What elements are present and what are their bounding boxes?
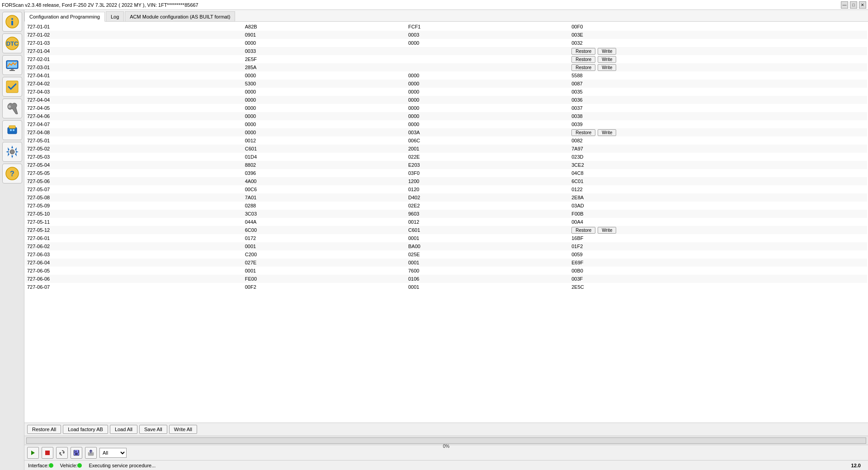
row-val2: [406, 47, 570, 55]
row-val1: 0012: [243, 136, 406, 145]
minimize-button[interactable]: —: [841, 1, 848, 9]
interface-indicator: [49, 463, 53, 468]
table-row: 727-04-07000000000039: [25, 120, 867, 128]
row-id: 727-05-01: [25, 136, 243, 145]
row-val1: 044A: [243, 218, 406, 226]
svg-rect-14: [13, 129, 14, 131]
row-id: 727-03-01: [25, 63, 243, 71]
row-actions: Restore Write: [570, 226, 867, 234]
row-val3: 0035: [570, 88, 867, 96]
close-button[interactable]: ✕: [859, 1, 866, 9]
row-id: 727-05-10: [25, 210, 243, 218]
row-val1: A82B: [243, 23, 406, 31]
row-val3: 023D: [570, 153, 867, 161]
row-val3: 00F0: [570, 23, 867, 31]
write-button[interactable]: Write: [598, 56, 616, 63]
svg-text:?: ?: [10, 170, 14, 178]
row-val1: 0001: [243, 267, 406, 275]
interface-status: Interface:: [28, 463, 55, 468]
row-val1: 2E5F: [243, 55, 406, 63]
restore-button[interactable]: Restore: [571, 129, 595, 136]
restore-all-button[interactable]: Restore All: [27, 425, 61, 434]
row-id: 727-05-12: [25, 226, 243, 234]
sidebar-item-dtc[interactable]: DTC: [2, 33, 22, 53]
maximize-button[interactable]: □: [850, 1, 857, 9]
load-all-button[interactable]: Load All: [110, 425, 137, 434]
row-id: 727-05-04: [25, 161, 243, 169]
table-container[interactable]: 727-01-01A82BFCF100F0727-01-020901000300…: [24, 22, 868, 423]
title-bar-controls: — □ ✕: [841, 1, 866, 9]
svg-point-1: [11, 18, 13, 20]
tab-config[interactable]: Configuration and Programming: [24, 12, 105, 22]
table-row: 727-06-03C200025E0059: [25, 250, 867, 258]
row-val2: 03F0: [406, 169, 570, 177]
row-val2: 0012: [406, 218, 570, 226]
table-row: 727-04-080000003A Restore Write: [25, 128, 867, 136]
row-id: 727-05-07: [25, 185, 243, 193]
row-val2: BA00: [406, 242, 570, 250]
row-id: 727-06-06: [25, 275, 243, 283]
tab-log[interactable]: Log: [106, 11, 124, 21]
svg-rect-8: [9, 70, 15, 71]
row-val2: 0001: [406, 283, 570, 291]
sidebar-item-tools[interactable]: [2, 99, 22, 118]
write-button[interactable]: Write: [598, 227, 616, 234]
write-button[interactable]: Write: [598, 48, 616, 55]
row-val2: [406, 63, 570, 71]
row-val2: 7600: [406, 267, 570, 275]
sidebar-item-modules[interactable]: [2, 120, 22, 140]
row-val2: 0000: [406, 80, 570, 88]
row-val3: 0082: [570, 136, 867, 145]
row-val3: 2E8A: [570, 193, 867, 202]
table-row: 727-06-06FE000106003F: [25, 275, 867, 283]
row-val1: 01D4: [243, 153, 406, 161]
row-val3: 5588: [570, 71, 867, 80]
row-val1: 0288: [243, 202, 406, 210]
row-id: 727-04-03: [25, 88, 243, 96]
row-val1: C200: [243, 250, 406, 258]
row-val3: 03AD: [570, 202, 867, 210]
table-row: 727-05-09028802E203AD: [25, 202, 867, 210]
restore-button[interactable]: Restore: [571, 64, 595, 71]
row-id: 727-06-02: [25, 242, 243, 250]
write-button[interactable]: Write: [598, 64, 616, 71]
row-val2: 003A: [406, 128, 570, 136]
table-row: 727-05-05039603F004C8: [25, 169, 867, 177]
save-all-button[interactable]: Save All: [139, 425, 167, 434]
row-id: 727-04-08: [25, 128, 243, 136]
row-val2: [406, 55, 570, 63]
sidebar-item-settings[interactable]: [2, 142, 22, 162]
sidebar-item-help[interactable]: ?: [2, 164, 22, 183]
row-val3: 003F: [570, 275, 867, 283]
svg-rect-24: [75, 451, 76, 452]
row-val3: 0038: [570, 112, 867, 120]
restore-button[interactable]: Restore: [571, 48, 595, 55]
table-row: 727-06-0700F200012E5C: [25, 283, 867, 291]
bottom-button-bar: Restore All Load factory AB Load All Sav…: [24, 423, 868, 436]
vehicle-label: Vehicle:: [60, 463, 78, 468]
row-val1: 0033: [243, 47, 406, 55]
row-id: 727-05-08: [25, 193, 243, 202]
sidebar-item-info[interactable]: [2, 12, 22, 32]
tab-acm[interactable]: ACM Module configuration (AS BUILT forma…: [125, 11, 235, 21]
row-id: 727-05-05: [25, 169, 243, 177]
row-val3: 6C01: [570, 177, 867, 185]
row-actions: Restore Write: [570, 55, 867, 63]
write-all-button[interactable]: Write All: [169, 425, 197, 434]
row-val3: 0032: [570, 39, 867, 47]
progress-label: 0%: [27, 443, 866, 450]
restore-button[interactable]: Restore: [571, 227, 595, 234]
row-val2: 006C: [406, 136, 570, 145]
write-button[interactable]: Write: [598, 129, 616, 136]
table-row: 727-05-11044A001200A4: [25, 218, 867, 226]
load-factory-ab-button[interactable]: Load factory AB: [63, 425, 108, 434]
row-val1: 0000: [243, 71, 406, 80]
restore-button[interactable]: Restore: [571, 56, 595, 63]
sidebar-item-monitor[interactable]: [2, 55, 22, 75]
row-id: 727-05-09: [25, 202, 243, 210]
vehicle-indicator: [77, 463, 82, 468]
svg-rect-26: [75, 453, 78, 455]
progress-area: 0%: [24, 436, 868, 445]
row-val2: D402: [406, 193, 570, 202]
sidebar-item-service[interactable]: [2, 77, 22, 97]
